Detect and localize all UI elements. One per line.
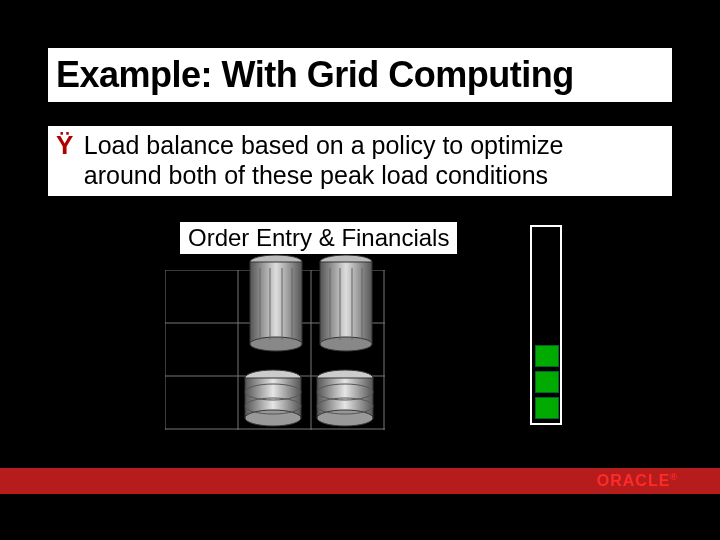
grid-cluster-graphic	[165, 260, 465, 460]
server-icon	[245, 254, 307, 354]
logo-text: ORACLE	[597, 472, 671, 489]
bullet-item: Ÿ Load balance based on a policy to opti…	[48, 126, 672, 196]
oracle-logo: ORACLE®	[597, 472, 678, 490]
svg-rect-16	[320, 262, 372, 344]
slide: Example: With Grid Computing Ÿ Load bala…	[0, 0, 720, 540]
svg-point-24	[245, 410, 301, 426]
meter-segment	[535, 345, 559, 367]
slide-title: Example: With Grid Computing	[48, 48, 672, 102]
svg-point-17	[320, 337, 372, 351]
svg-point-10	[250, 337, 302, 351]
meter-segment	[535, 371, 559, 393]
bullet-marker-icon: Ÿ	[56, 130, 73, 160]
registered-mark-icon: ®	[670, 472, 678, 482]
load-meter	[530, 225, 562, 425]
server-icon	[315, 254, 377, 354]
bullet-text: Load balance based on a policy to optimi…	[78, 130, 638, 190]
database-icon	[241, 368, 305, 432]
database-icon	[313, 368, 377, 432]
meter-segment	[535, 397, 559, 419]
graphic-caption: Order Entry & Financials	[180, 222, 457, 254]
svg-point-29	[317, 410, 373, 426]
svg-rect-9	[250, 262, 302, 344]
